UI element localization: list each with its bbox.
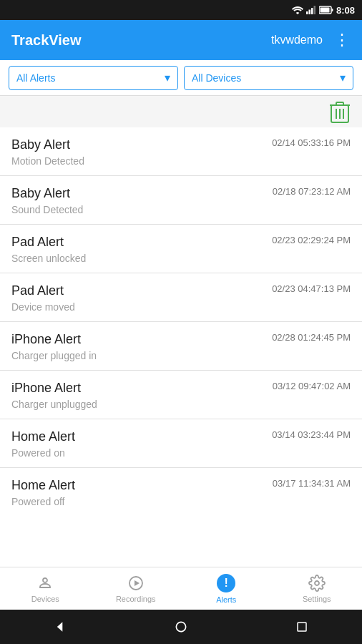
wifi-icon [292,6,303,14]
alert-item-header: Home Alert 03/17 11:34:31 AM [11,478,351,493]
alert-item[interactable]: iPhone Alert 03/12 09:47:02 AM Charger u… [0,371,362,419]
nav-recordings[interactable]: Recordings [91,575,182,603]
nav-settings[interactable]: Settings [272,575,363,603]
nav-settings-label: Settings [303,595,331,603]
alert-item[interactable]: Home Alert 03/14 03:23:44 PM Powered on [0,419,362,468]
alert-item-date: 02/23 02:29:24 PM [272,235,351,245]
status-icons: 8:08 [292,5,355,16]
svg-marker-15 [134,580,140,586]
alert-list: Baby Alert 02/14 05:33:16 PM Motion Dete… [0,127,362,567]
devices-filter-dropdown[interactable]: All Devices ▾ [184,66,353,90]
alerts-filter-label: All Alerts [16,72,55,84]
alert-item-date: 02/28 01:24:45 PM [272,332,351,343]
delete-button[interactable] [329,99,351,124]
nav-alerts-label: Alerts [216,595,236,604]
nav-recordings-label: Recordings [116,595,156,603]
alert-item-date: 02/18 07:23:12 AM [273,186,351,197]
app-header: TrackView tkvwdemo ⋮ [0,20,362,60]
svg-marker-17 [57,622,63,631]
alert-item-header: Baby Alert 02/18 07:23:12 AM [11,186,351,201]
svg-rect-3 [313,6,315,14]
alert-item-subtitle: Powered off [11,496,351,507]
nav-alerts[interactable]: ! Alerts [181,574,272,604]
alert-item-name: Baby Alert [11,186,70,201]
settings-nav-icon [308,575,326,592]
android-home-button[interactable] [168,614,194,640]
svg-point-13 [43,578,47,582]
svg-rect-19 [298,623,306,631]
svg-rect-2 [311,8,313,14]
filter-bar: All Alerts ▾ All Devices ▾ [0,60,362,96]
nav-devices-label: Devices [31,595,59,603]
alert-item-header: Pad Alert 02/23 04:47:13 PM [11,283,351,298]
alert-item[interactable]: Baby Alert 02/14 05:33:16 PM Motion Dete… [0,127,362,176]
alerts-nav-icon: ! [217,574,235,592]
bottom-nav: Devices Recordings ! Alerts Settings [0,567,362,610]
android-recents-button[interactable] [289,614,315,640]
alert-item-date: 03/14 03:23:44 PM [272,429,351,440]
svg-rect-6 [320,8,329,13]
alert-item-subtitle: Powered on [11,447,351,459]
alert-item-header: iPhone Alert 03/12 09:47:02 AM [11,381,351,396]
header-right: tkvwdemo ⋮ [271,31,351,49]
recordings-nav-icon [127,575,145,592]
svg-point-18 [176,622,185,631]
alert-item-header: iPhone Alert 02/28 01:24:45 PM [11,332,351,347]
nav-devices[interactable]: Devices [0,575,91,603]
alert-item-name: iPhone Alert [11,381,81,396]
alert-item-subtitle: Device moved [11,301,351,313]
more-menu-icon[interactable]: ⋮ [334,31,351,49]
alert-item-name: Pad Alert [11,235,64,250]
alert-item-name: Home Alert [11,429,75,444]
alert-item-subtitle: Motion Detected [11,155,351,167]
home-icon [174,620,188,634]
alert-item[interactable]: iPhone Alert 02/28 01:24:45 PM Charger p… [0,322,362,371]
alert-item-subtitle: Charger plugged in [11,350,351,361]
alert-item-date: 02/23 04:47:13 PM [272,283,351,294]
alert-item-subtitle: Screen unlocked [11,253,351,264]
alert-item[interactable]: Pad Alert 02/23 02:29:24 PM Screen unloc… [0,225,362,273]
alert-item-subtitle: Charger unplugged [11,399,351,410]
devices-nav-icon [36,575,54,592]
svg-rect-5 [331,9,333,11]
alert-item-subtitle: Sound Detected [11,204,351,215]
android-nav-bar [0,610,362,644]
svg-rect-0 [306,11,308,14]
alert-item-name: Pad Alert [11,283,64,298]
alert-item-header: Home Alert 03/14 03:23:44 PM [11,429,351,444]
status-time: 8:08 [336,5,355,16]
devices-filter-arrow-icon: ▾ [340,71,346,84]
alert-item-date: 02/14 05:33:16 PM [272,137,351,148]
header-username: tkvwdemo [271,34,323,47]
alert-item-name: iPhone Alert [11,332,81,347]
alerts-filter-dropdown[interactable]: All Alerts ▾ [9,66,178,90]
battery-icon [319,6,333,14]
svg-point-16 [315,581,319,585]
devices-filter-label: All Devices [192,72,241,84]
toolbar [0,96,362,127]
alert-item[interactable]: Pad Alert 02/23 04:47:13 PM Device moved [0,273,362,322]
alert-item-name: Baby Alert [11,137,70,152]
signal-icon [306,6,316,14]
alert-item-date: 03/17 11:34:31 AM [273,478,351,489]
alert-item[interactable]: Baby Alert 02/18 07:23:12 AM Sound Detec… [0,176,362,225]
app-title: TrackView [11,32,81,49]
alert-item-date: 03/12 09:47:02 AM [273,381,351,391]
alerts-filter-arrow-icon: ▾ [165,71,170,84]
svg-rect-1 [308,10,310,15]
back-icon [53,620,67,634]
alert-item-name: Home Alert [11,478,75,493]
alert-item[interactable]: Home Alert 03/17 11:34:31 AM Powered off [0,468,362,516]
alert-item-header: Pad Alert 02/23 02:29:24 PM [11,235,351,250]
android-back-button[interactable] [47,614,73,640]
recents-icon [295,620,308,633]
status-bar: 8:08 [0,0,362,20]
alert-item-header: Baby Alert 02/14 05:33:16 PM [11,137,351,152]
